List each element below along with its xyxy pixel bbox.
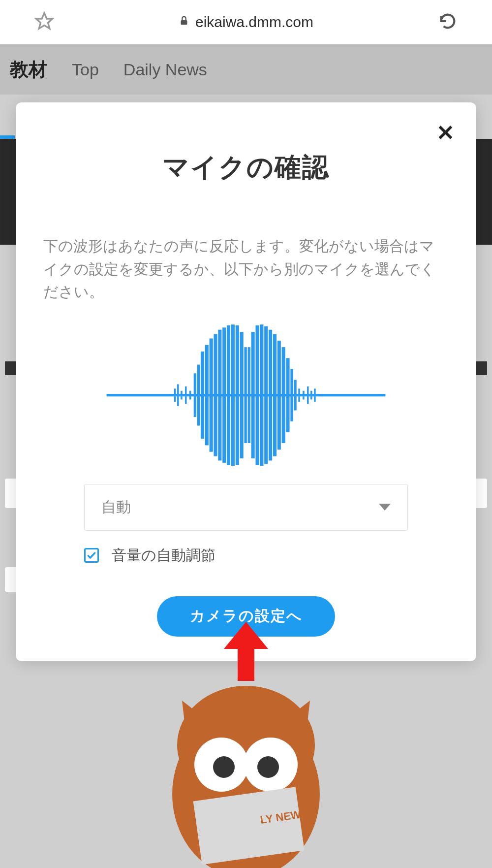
svg-rect-36	[277, 340, 281, 449]
reload-icon[interactable]	[438, 11, 458, 33]
svg-rect-22	[218, 329, 221, 460]
svg-rect-34	[269, 329, 272, 460]
svg-rect-37	[282, 347, 285, 443]
svg-rect-31	[255, 325, 259, 464]
close-icon[interactable]: ✕	[436, 122, 455, 144]
svg-marker-46	[224, 622, 268, 681]
svg-rect-27	[240, 332, 244, 458]
svg-marker-0	[36, 13, 52, 29]
browser-bar: eikaiwa.dmm.com	[0, 0, 492, 44]
svg-rect-15	[189, 390, 191, 399]
auto-volume-row: 音量の自動調節	[84, 546, 408, 566]
svg-rect-39	[290, 369, 293, 421]
svg-point-6	[213, 756, 235, 778]
svg-rect-35	[273, 334, 277, 456]
svg-rect-12	[177, 384, 179, 406]
svg-rect-19	[205, 345, 209, 445]
svg-rect-28	[244, 347, 246, 443]
url-text: eikaiwa.dmm.com	[195, 14, 313, 31]
svg-rect-26	[236, 325, 239, 464]
svg-rect-41	[298, 388, 300, 402]
svg-rect-21	[214, 334, 217, 456]
mic-check-modal: ✕ マイクの確認 下の波形はあなたの声に反応します。変化がない場合はマイクの設定…	[16, 102, 476, 661]
svg-rect-11	[174, 388, 176, 402]
svg-point-3	[177, 686, 315, 804]
svg-rect-32	[260, 324, 263, 466]
page-nav-header: 教材 Top Daily News	[0, 44, 492, 95]
nav-item-top[interactable]: Top	[72, 60, 99, 79]
auto-volume-checkbox[interactable]	[84, 548, 99, 563]
nav-item-daily-news[interactable]: Daily News	[123, 60, 207, 79]
svg-rect-43	[307, 386, 309, 403]
svg-rect-33	[264, 326, 268, 464]
address-bar[interactable]: eikaiwa.dmm.com	[179, 14, 313, 31]
modal-title: マイクの確認	[162, 150, 330, 186]
owl-mascot-icon: LY NEWS	[167, 666, 325, 868]
svg-rect-38	[286, 358, 289, 432]
svg-rect-16	[194, 373, 196, 417]
svg-rect-17	[197, 364, 200, 425]
lock-icon	[179, 14, 189, 31]
modal-description: 下の波形はあなたの声に反応します。変化がない場合はマイクの設定を変更するか、以下…	[41, 235, 451, 304]
svg-rect-42	[303, 390, 305, 399]
waveform-icon	[89, 321, 403, 469]
svg-rect-30	[251, 332, 255, 458]
svg-rect-1	[181, 20, 187, 25]
svg-rect-29	[248, 347, 250, 443]
mic-select-dropdown[interactable]: 自動	[84, 484, 408, 531]
svg-rect-18	[201, 351, 204, 438]
favorite-star-icon[interactable]	[34, 11, 54, 33]
svg-rect-45	[314, 388, 316, 402]
svg-rect-40	[294, 380, 296, 410]
auto-volume-label: 音量の自動調節	[112, 546, 215, 566]
svg-rect-14	[185, 386, 187, 403]
svg-rect-13	[181, 390, 183, 399]
svg-rect-20	[210, 338, 213, 451]
mic-select-value: 自動	[101, 497, 131, 517]
svg-rect-44	[310, 390, 312, 399]
annotation-arrow-icon	[224, 622, 268, 681]
svg-rect-23	[222, 327, 226, 463]
svg-rect-25	[231, 324, 235, 466]
chevron-down-icon	[379, 504, 391, 511]
page-title: 教材	[10, 57, 47, 82]
svg-rect-24	[227, 325, 230, 464]
svg-point-7	[257, 756, 279, 778]
